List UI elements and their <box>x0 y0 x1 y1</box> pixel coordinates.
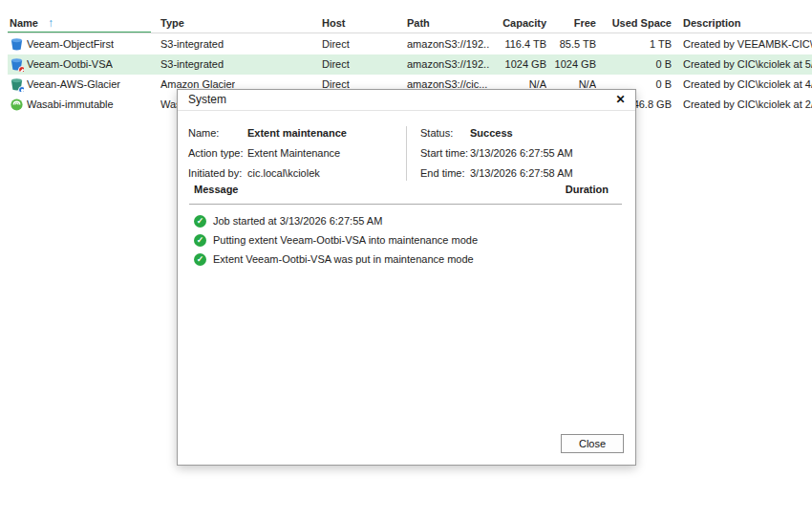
field-name: Name: Extent maintenance <box>188 126 408 141</box>
system-dialog: System ✕ Name: Extent maintenance Action… <box>177 89 636 466</box>
repository-used-space: 1 TB <box>590 34 672 54</box>
wasabi-icon <box>10 98 24 112</box>
glacier-bucket-icon <box>10 77 24 92</box>
column-header-host[interactable]: Host <box>322 13 345 33</box>
column-header-description[interactable]: Description <box>683 13 741 33</box>
s3-bucket-icon <box>10 37 24 52</box>
repository-description: Created by CIC\kciolek at 2/19 <box>683 95 812 115</box>
sort-ascending-icon: ↑ <box>48 16 53 30</box>
repository-host: Direct <box>322 34 350 54</box>
glacier-badge-icon <box>18 86 24 92</box>
column-header-capacity[interactable]: Capacity <box>466 13 546 33</box>
repository-capacity: 1024 GB <box>466 54 546 75</box>
maintenance-badge-icon <box>18 66 24 72</box>
repository-name: Veeam-ObjectFirst <box>27 34 114 54</box>
s3-bucket-maintenance-icon <box>10 57 24 72</box>
log-header-duration: Duration <box>566 183 609 197</box>
success-check-icon: ✓ <box>194 215 206 228</box>
repository-name: Wasabi-immutable <box>27 95 114 115</box>
field-status: Status: Success <box>420 126 630 141</box>
field-name-value: Extent maintenance <box>247 126 347 141</box>
field-end-time: End time: 3/13/2026 6:27:58 AM <box>420 166 630 181</box>
column-header-path[interactable]: Path <box>407 13 430 33</box>
field-initiated-by-value: cic.local\kciolek <box>247 166 320 181</box>
field-start-time-label: Start time: <box>420 146 468 161</box>
dialog-title: System <box>188 90 226 110</box>
success-check-icon: ✓ <box>194 253 206 266</box>
field-status-value: Success <box>470 126 513 141</box>
success-check-icon: ✓ <box>194 234 206 247</box>
log-entry[interactable]: ✓ Job started at 3/13/2026 6:27:55 AM <box>194 211 616 230</box>
column-header-name[interactable]: Name↑ <box>10 13 53 33</box>
log-header-divider <box>189 204 622 205</box>
field-name-label: Name: <box>188 126 219 141</box>
dialog-title-divider <box>178 110 635 111</box>
repository-name: Veean-AWS-Glacier <box>27 75 120 95</box>
field-end-time-value: 3/13/2026 6:27:58 AM <box>470 166 573 181</box>
repository-type: S3-integrated <box>160 34 224 54</box>
field-status-label: Status: <box>420 126 453 141</box>
log-entry-text: Putting extent Veeam-Ootbi-VSA into main… <box>213 230 478 250</box>
log-header: Message Duration <box>178 183 635 197</box>
table-row-selected[interactable]: Veeam-Ootbi-VSA S3-integrated Direct ama… <box>8 54 812 75</box>
repository-description: Created by VEEAMBK-CIC\Adm <box>683 34 812 54</box>
table-row[interactable]: Veeam-ObjectFirst S3-integrated Direct a… <box>8 34 812 54</box>
repository-description: Created by CIC\kciolek at 5/2/ <box>683 54 812 75</box>
field-action-type-value: Extent Maintenance <box>247 146 340 161</box>
log-entry-text: Job started at 3/13/2026 6:27:55 AM <box>213 211 382 230</box>
field-columns-divider <box>406 126 407 181</box>
repository-host: Direct <box>322 54 350 75</box>
repository-name: Veeam-Ootbi-VSA <box>27 54 113 75</box>
repository-table-header: Name↑ Type Host Path Capacity Free Used … <box>8 13 812 33</box>
repository-used-space: 0 B <box>590 54 672 75</box>
field-initiated-by-label: Initiated by: <box>188 166 242 181</box>
log-entry[interactable]: ✓ Extent Veeam-Ootbi-VSA was put in main… <box>194 250 616 269</box>
repository-description: Created by CIC\kciolek at 4/11 <box>683 75 812 95</box>
close-icon[interactable]: ✕ <box>612 92 629 108</box>
field-action-type: Action type: Extent Maintenance <box>188 146 408 161</box>
repository-capacity: 116.4 TB <box>466 34 546 54</box>
field-start-time: Start time: 3/13/2026 6:27:55 AM <box>420 146 630 161</box>
field-start-time-value: 3/13/2026 6:27:55 AM <box>470 146 573 161</box>
column-header-name-label: Name <box>10 17 38 29</box>
column-header-used-space[interactable]: Used Space <box>590 13 672 33</box>
log-entry-text: Extent Veeam-Ootbi-VSA was put in mainte… <box>213 250 474 269</box>
log-entry[interactable]: ✓ Putting extent Veeam-Ootbi-VSA into ma… <box>194 230 616 250</box>
close-button[interactable]: Close <box>561 434 624 453</box>
field-action-type-label: Action type: <box>188 146 243 161</box>
field-end-time-label: End time: <box>420 166 464 181</box>
field-initiated-by: Initiated by: cic.local\kciolek <box>188 166 408 181</box>
column-header-type[interactable]: Type <box>160 13 184 33</box>
repository-type: S3-integrated <box>160 54 224 75</box>
table-header-divider <box>8 33 812 33</box>
log-header-message: Message <box>194 183 238 197</box>
